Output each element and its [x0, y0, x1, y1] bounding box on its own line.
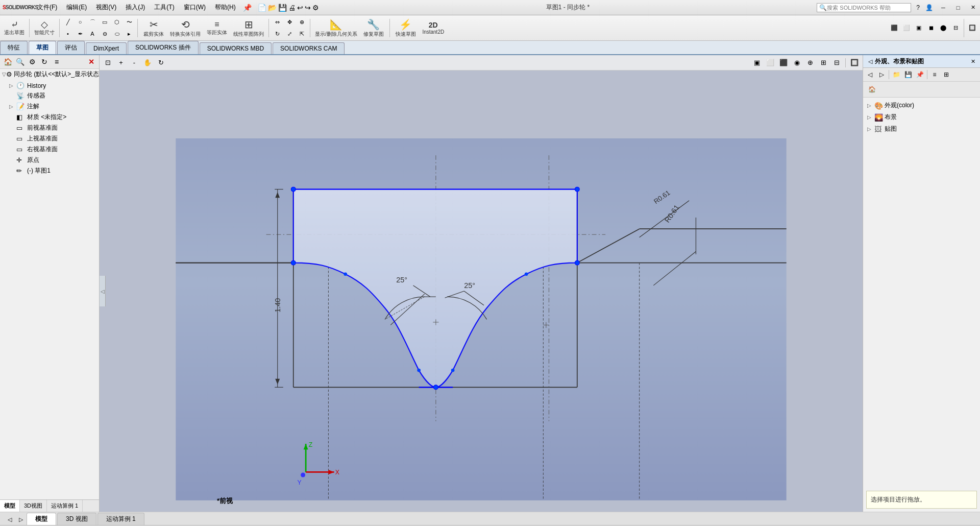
tree-sort-btn[interactable]: ≡	[51, 56, 62, 67]
undo-icon[interactable]: ↩	[297, 4, 303, 12]
rp-item-decal[interactable]: ▷ 🖼 贴图	[865, 123, 978, 135]
drawing-canvas[interactable]: 1.40 25° 25° R0.61	[100, 70, 863, 512]
tab-sw-mbd[interactable]: SOLIDWORKS MBD	[200, 42, 272, 54]
tree-root-item[interactable]: ▽ ⚙ 同步轮 (默认<<默认>_显示状态	[0, 69, 99, 80]
nav-left-btn[interactable]: ◁	[4, 514, 15, 525]
tree-tab-3dview[interactable]: 3D视图	[20, 500, 47, 512]
rect-tool[interactable]: ▭	[99, 16, 110, 28]
sketch-array-button[interactable]: ⊞ 线性草图阵列	[231, 17, 266, 39]
offset-entity-button[interactable]: ≡ 等距实体	[204, 17, 230, 39]
canvas-zoom-in[interactable]: +	[115, 57, 127, 69]
display-mode-4[interactable]: ◼	[925, 22, 937, 34]
rp-pin-btn[interactable]: 📌	[914, 69, 925, 80]
more-tool[interactable]: ▸	[124, 28, 135, 39]
rp-forward-btn[interactable]: ▷	[876, 69, 887, 80]
menu-edit[interactable]: 编辑(E)	[62, 2, 91, 13]
tree-item-sensor[interactable]: 📡 传感器	[1, 90, 98, 101]
tree-tab-model[interactable]: 模型	[0, 500, 20, 512]
slot-tool[interactable]: ⊖	[99, 28, 110, 39]
copy-tool[interactable]: ⊕	[296, 16, 307, 28]
tree-item-origin[interactable]: ✛ 原点	[1, 155, 98, 165]
circle-tool[interactable]: ○	[75, 16, 86, 28]
arc-tool[interactable]: ⌒	[87, 16, 98, 28]
menu-pin[interactable]: 📌	[241, 4, 254, 12]
menu-view[interactable]: 视图(V)	[92, 2, 120, 13]
construction-tool[interactable]: ✒	[75, 28, 86, 39]
tab-feature[interactable]: 特征	[0, 41, 28, 54]
tab-sketch[interactable]: 草图	[29, 41, 56, 54]
display-mode-1[interactable]: ⬛	[889, 22, 900, 34]
tree-item-sketch1[interactable]: ✏ (-) 草图1	[1, 165, 98, 176]
rp-grid-view[interactable]: ⊞	[941, 69, 952, 80]
view-toggle-1[interactable]: ▣	[751, 57, 763, 69]
print-icon[interactable]: 🖨	[288, 4, 296, 12]
canvas-pan[interactable]: ✋	[141, 57, 154, 69]
tab-sw-addins[interactable]: SOLIDWORKS 插件	[128, 41, 199, 54]
rp-item-scene[interactable]: ▷ 🌄 布景	[865, 111, 978, 123]
view-tab-model[interactable]: 模型	[27, 513, 56, 525]
rotate-tool[interactable]: ↻	[272, 28, 283, 39]
save-icon[interactable]: 💾	[278, 4, 287, 12]
tree-search-btn[interactable]: 🔍	[14, 56, 26, 67]
new-icon[interactable]: 📄	[258, 4, 266, 12]
menu-help[interactable]: 帮助(H)	[211, 2, 240, 13]
convert-entity-button[interactable]: ⟲ 转换实体引用	[168, 17, 203, 39]
scale-tool[interactable]: ⤢	[284, 28, 295, 39]
repair-sketch-button[interactable]: 🔧 修复草图	[360, 17, 387, 39]
search-input[interactable]	[827, 5, 909, 11]
ellipse-tool[interactable]: ⬭	[111, 28, 122, 39]
view-toggle-6[interactable]: ⊞	[817, 57, 829, 69]
view-toggle-5[interactable]: ⊕	[804, 57, 816, 69]
rp-home-btn[interactable]: 🏠	[866, 84, 877, 95]
line-tool[interactable]: ╱	[62, 16, 74, 28]
display-mode-2[interactable]: ⬜	[901, 22, 912, 34]
view-orientation[interactable]: 🔲	[967, 22, 978, 34]
close-button[interactable]: ✕	[966, 2, 980, 13]
view-toggle-7[interactable]: ⊟	[830, 57, 843, 69]
rp-save-btn[interactable]: 💾	[902, 69, 914, 80]
menu-window[interactable]: 窗口(W)	[180, 2, 210, 13]
search-box[interactable]: 🔍	[817, 3, 911, 12]
help-icon[interactable]: ?	[914, 4, 922, 11]
nav-right-btn[interactable]: ▷	[15, 514, 27, 525]
spline-tool[interactable]: 〜	[124, 16, 135, 28]
minimize-button[interactable]: ─	[936, 2, 950, 13]
trim-entity-button[interactable]: ✂ 裁剪实体	[140, 17, 167, 39]
canvas-fit-btn[interactable]: ⊡	[102, 57, 114, 69]
view-tab-3d[interactable]: 3D 视图	[57, 513, 96, 525]
rp-close-btn[interactable]: ✕	[968, 57, 977, 66]
view-toggle-2[interactable]: ⬜	[764, 57, 776, 69]
view-tab-motion[interactable]: 运动算例 1	[97, 513, 144, 525]
stretch-tool[interactable]: ⇱	[296, 28, 307, 39]
rp-collapse-left[interactable]: ◁	[866, 57, 875, 66]
menu-file[interactable]: 文件(F)	[33, 2, 61, 13]
show-relations-button[interactable]: 📐 显示/删除几何关系	[313, 17, 359, 39]
tree-item-history[interactable]: ▷ 🕐 History	[1, 81, 98, 90]
view-toggle-3[interactable]: ⬛	[777, 57, 790, 69]
redo-icon[interactable]: ↪	[305, 4, 311, 12]
account-icon[interactable]: 👤	[923, 4, 936, 11]
tree-item-annotation[interactable]: ▷ 📝 注解	[1, 101, 98, 112]
display-mode-5[interactable]: ⬤	[938, 22, 949, 34]
tree-item-front-plane[interactable]: ▭ 前视基准面	[1, 123, 98, 133]
view-toggle-4[interactable]: ◉	[791, 57, 803, 69]
tree-refresh-btn[interactable]: ↻	[39, 56, 50, 67]
tree-home-btn[interactable]: 🏠	[2, 56, 13, 67]
rp-list-view[interactable]: ≡	[929, 69, 940, 80]
tab-evaluate[interactable]: 评估	[57, 41, 85, 54]
canvas-rotate[interactable]: ↻	[155, 57, 167, 69]
section-view[interactable]: ⊟	[950, 22, 961, 34]
rp-back-btn[interactable]: ◁	[864, 69, 875, 80]
text-tool[interactable]: A	[87, 28, 98, 39]
move-tool[interactable]: ✥	[284, 16, 295, 28]
tree-item-top-plane[interactable]: ▭ 上视基准面	[1, 133, 98, 144]
menu-insert[interactable]: 插入(J)	[121, 2, 149, 13]
tree-item-material[interactable]: ◧ 材质 <未指定>	[1, 112, 98, 123]
smart-dimension-button[interactable]: ◇ 智能尺寸	[32, 17, 57, 39]
orient-cube[interactable]: 🔲	[848, 57, 861, 69]
tab-dimxpert[interactable]: DimXpert	[86, 42, 127, 54]
tab-sw-cam[interactable]: SOLIDWORKS CAM	[273, 42, 345, 54]
canvas-zoom-out[interactable]: -	[128, 57, 140, 69]
left-panel-toggle[interactable]: ◁	[100, 276, 106, 306]
rp-item-appearance[interactable]: ▷ 🎨 外观(color)	[865, 100, 978, 111]
